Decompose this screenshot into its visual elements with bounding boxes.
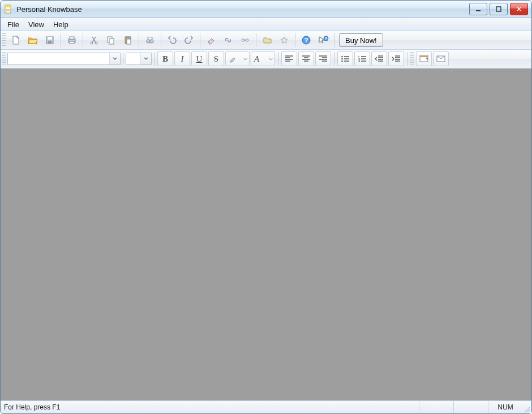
svg-rect-13 — [109, 38, 114, 44]
mdi-client-area — [1, 68, 531, 400]
svg-point-26 — [341, 58, 343, 60]
pointer-help-icon: ? — [318, 35, 329, 45]
main-toolbar: ? ? Buy Now! — [1, 31, 531, 50]
statusbar: For Help, press F1 NUM — [1, 400, 531, 413]
buy-now-button[interactable]: Buy Now! — [339, 33, 383, 47]
close-button[interactable] — [510, 3, 528, 15]
print-icon — [67, 35, 77, 45]
status-num: NUM — [488, 401, 522, 413]
svg-rect-14 — [125, 37, 131, 44]
maximize-button[interactable] — [490, 3, 508, 15]
resize-grip[interactable] — [522, 401, 531, 413]
eraser-icon — [206, 35, 216, 45]
toolbar-grip[interactable] — [2, 33, 6, 47]
chevron-down-icon — [269, 54, 273, 64]
bullets-icon — [341, 55, 350, 63]
align-center-button[interactable] — [298, 51, 314, 66]
outdent-button[interactable] — [371, 51, 387, 66]
binoculars-icon — [145, 35, 155, 45]
svg-text:?: ? — [325, 37, 327, 41]
underline-button[interactable]: U — [191, 51, 207, 66]
bookmark-button[interactable] — [276, 32, 292, 48]
align-left-button[interactable] — [281, 51, 297, 66]
help-button[interactable]: ? — [298, 32, 314, 48]
svg-rect-7 — [68, 39, 75, 42]
svg-rect-8 — [70, 37, 74, 39]
underline-icon: U — [196, 54, 203, 64]
svg-rect-29 — [437, 56, 445, 62]
font-size-combo[interactable] — [126, 53, 152, 65]
attach-button[interactable] — [220, 32, 236, 48]
titlebar: Personal Knowbase — [1, 1, 531, 18]
svg-rect-16 — [127, 39, 131, 44]
paste-button[interactable] — [120, 32, 136, 48]
svg-rect-19 — [242, 39, 244, 41]
strike-icon: S — [214, 54, 218, 64]
align-right-icon — [319, 55, 328, 63]
menu-help[interactable]: Help — [49, 18, 73, 31]
folder-button[interactable] — [259, 32, 275, 48]
delete-button[interactable] — [203, 32, 219, 48]
highlight-color-button[interactable] — [225, 51, 250, 66]
envelope-icon — [436, 54, 446, 63]
menubar: File View Help — [1, 18, 531, 31]
save-icon — [45, 35, 55, 45]
svg-rect-3 — [496, 7, 501, 11]
find-button[interactable] — [142, 32, 158, 48]
font-name-combo[interactable] — [7, 53, 121, 65]
status-panel — [419, 401, 453, 413]
number-list-button[interactable] — [354, 51, 370, 66]
chevron-down-icon — [243, 54, 247, 64]
save-button[interactable] — [42, 32, 58, 48]
toolbar-grip[interactable] — [410, 52, 414, 66]
copy-button[interactable] — [103, 32, 119, 48]
window-title: Personal Knowbase — [16, 5, 82, 14]
status-help-text: For Help, press F1 — [1, 403, 63, 411]
format-toolbar: B I U S A — [1, 50, 531, 68]
undo-button[interactable] — [164, 32, 180, 48]
hyperlink-button[interactable] — [237, 32, 253, 48]
link-icon — [223, 35, 233, 45]
svg-point-21 — [302, 36, 310, 44]
svg-point-25 — [341, 56, 343, 58]
italic-icon: I — [181, 54, 184, 64]
svg-rect-15 — [126, 36, 130, 38]
menu-file[interactable]: File — [3, 18, 24, 31]
menu-view[interactable]: View — [24, 18, 49, 31]
align-center-icon — [302, 55, 311, 63]
open-button[interactable] — [25, 32, 41, 48]
bullet-list-button[interactable] — [337, 51, 353, 66]
svg-rect-2 — [476, 10, 480, 11]
new-button[interactable] — [8, 32, 24, 48]
toolbar-grip[interactable] — [2, 52, 6, 66]
italic-button[interactable]: I — [174, 51, 190, 66]
align-left-icon — [285, 55, 294, 63]
minimize-button[interactable] — [469, 3, 487, 15]
svg-rect-4 — [46, 37, 53, 44]
copy-icon — [106, 35, 116, 45]
status-panel — [453, 401, 488, 413]
numbers-icon — [358, 55, 367, 63]
indent-button[interactable] — [388, 51, 404, 66]
svg-point-27 — [341, 61, 343, 62]
paste-icon — [123, 35, 133, 45]
svg-rect-9 — [70, 41, 74, 44]
strikethrough-button[interactable]: S — [208, 51, 224, 66]
redo-button[interactable] — [181, 32, 197, 48]
star-icon — [279, 35, 289, 45]
print-button[interactable] — [64, 32, 80, 48]
svg-point-11 — [95, 42, 97, 44]
indent-icon — [392, 55, 401, 63]
insert-image-button[interactable] — [416, 51, 432, 66]
insert-object-button[interactable] — [433, 51, 449, 66]
svg-rect-12 — [108, 37, 112, 42]
svg-point-18 — [150, 40, 153, 43]
cut-button[interactable] — [86, 32, 102, 48]
redo-icon — [184, 35, 194, 45]
align-right-button[interactable] — [315, 51, 331, 66]
font-color-button[interactable]: A — [251, 51, 275, 66]
bold-button[interactable]: B — [157, 51, 173, 66]
svg-rect-6 — [48, 41, 52, 44]
svg-rect-1 — [5, 5, 11, 7]
context-help-button[interactable]: ? — [315, 32, 331, 48]
